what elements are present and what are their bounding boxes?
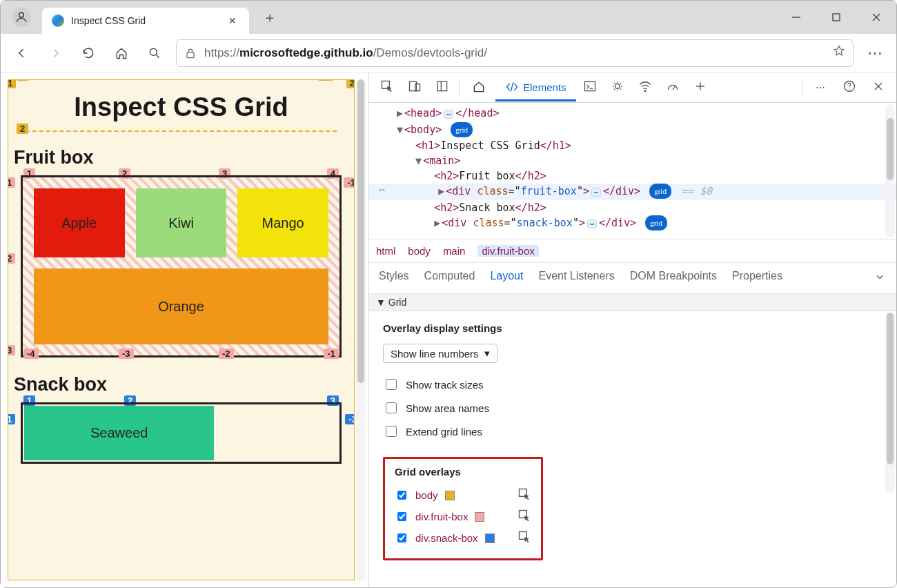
reveal-element-icon[interactable] (518, 530, 531, 546)
help-icon[interactable] (836, 74, 863, 101)
new-tab-button[interactable]: ＋ (256, 4, 284, 31)
close-tab-icon[interactable]: ✕ (226, 12, 239, 29)
breadcrumb[interactable]: html body main div.fruit-box (369, 239, 896, 263)
minimize-button[interactable] (776, 1, 816, 34)
sources-icon[interactable] (604, 74, 631, 101)
svg-rect-8 (584, 81, 595, 90)
chk-area-names[interactable]: Show area names (383, 396, 883, 420)
grid-line-label: 1 (8, 414, 15, 424)
more-tools-icon[interactable]: ⋯ (807, 77, 834, 99)
snack-heading: Snack box (14, 374, 348, 395)
grid-overlays-box: Grid overlays body div.fruit-box (383, 457, 543, 560)
back-button[interactable] (8, 39, 37, 68)
grid-section-header[interactable]: ▼ Grid (369, 294, 896, 311)
reveal-element-icon[interactable] (518, 509, 531, 525)
chk-track-sizes[interactable]: Show track sizes (383, 373, 883, 396)
crumb-html[interactable]: html (376, 245, 395, 257)
page-title: Inspect CSS Grid (8, 92, 354, 122)
page-viewport: 1 1 -1 2 Inspect CSS Grid 2 Fruit box 1 … (1, 72, 368, 587)
color-swatch[interactable] (475, 512, 484, 522)
svg-point-2 (150, 48, 157, 55)
cell-orange: Orange (34, 268, 328, 344)
tab-title: Inspect CSS Grid (71, 15, 219, 26)
fruit-box-grid: 1 -1 2 3 Apple Kiwi Mango Orange (21, 175, 342, 357)
close-devtools-icon[interactable] (865, 74, 892, 101)
address-bar[interactable]: https://microsoftedge.github.io/Demos/de… (176, 39, 854, 67)
grid-line-label: -1 (318, 79, 333, 81)
refresh-button[interactable] (74, 39, 103, 68)
subtab-properties[interactable]: Properties (732, 270, 782, 286)
subtab-styles[interactable]: Styles (379, 270, 409, 286)
grid-line-label: -3 (119, 349, 134, 359)
svg-point-10 (644, 90, 646, 92)
profile-avatar[interactable] (12, 8, 31, 27)
grid-line-label: -1 (344, 177, 355, 188)
overlay-row-body: body (395, 484, 531, 506)
grid-line-label: -3 (345, 414, 355, 424)
svg-point-12 (849, 89, 849, 90)
grid-line-label: 2 (17, 124, 28, 134)
tab-elements[interactable]: Elements (495, 73, 576, 101)
page-scrollbar[interactable] (356, 79, 366, 580)
browser-toolbar: https://microsoftedge.github.io/Demos/de… (1, 34, 896, 72)
reveal-element-icon[interactable] (518, 487, 531, 503)
grid-line-label: -4 (23, 349, 39, 359)
more-button[interactable]: ⋯ (860, 39, 889, 68)
svg-rect-7 (437, 81, 446, 90)
crumb-main[interactable]: main (443, 245, 466, 257)
dom-tree[interactable]: ▶<head>⋯</head> ▼<body> grid <h1>Inspect… (369, 103, 896, 239)
svg-point-0 (19, 12, 24, 17)
performance-icon[interactable] (659, 74, 687, 101)
close-window-button[interactable] (856, 1, 896, 34)
devtools-panel: Elements ⋯ ▶<head>⋯</head> ▼<body> grid (368, 72, 896, 587)
search-icon[interactable] (140, 39, 169, 68)
crumb-body[interactable]: body (408, 245, 431, 257)
svg-rect-1 (833, 14, 840, 21)
color-swatch[interactable] (485, 533, 495, 543)
overlay-settings-heading: Overlay display settings (383, 322, 883, 334)
forward-button (41, 39, 70, 68)
subtab-dom-breakpoints[interactable]: DOM Breakpoints (630, 270, 717, 286)
grid-line-label: 2 (8, 253, 15, 264)
console-icon[interactable] (576, 74, 604, 101)
snack-box-grid: 1 -3 Seaweed (21, 402, 342, 464)
line-numbers-dropdown[interactable]: Show line numbers▾ (383, 344, 497, 363)
grid-line-label: -1 (324, 349, 339, 359)
url-text: https://microsoftedge.github.io/Demos/de… (204, 46, 487, 60)
svg-rect-6 (415, 84, 420, 91)
chevron-down-icon[interactable] (873, 270, 887, 286)
crumb-selected[interactable]: div.fruit-box (477, 245, 538, 257)
subtab-layout[interactable]: Layout (490, 270, 523, 286)
dock-icon[interactable] (428, 74, 456, 101)
network-icon[interactable] (631, 74, 659, 101)
grid-overlays-heading: Grid overlays (395, 466, 531, 478)
panel-scrollbar[interactable] (885, 313, 895, 492)
inspect-element-icon[interactable] (373, 74, 401, 101)
cell-seaweed: Seaweed (24, 406, 214, 460)
chk-extend-lines[interactable]: Extend grid lines (383, 420, 883, 443)
overlay-checkbox[interactable] (397, 491, 406, 500)
grid-line-label: 1 (8, 177, 15, 188)
favorite-icon[interactable] (832, 44, 846, 61)
overlay-row-snack: div.snack-box (395, 527, 531, 549)
cell-mango: Mango (237, 188, 328, 257)
edge-icon (52, 14, 64, 27)
maximize-button[interactable] (816, 1, 856, 34)
subtab-event-listeners[interactable]: Event Listeners (538, 270, 614, 286)
subtab-computed[interactable]: Computed (424, 270, 475, 286)
grid-line-label: -2 (219, 349, 234, 359)
tab-welcome[interactable] (462, 73, 495, 101)
device-toggle-icon[interactable] (401, 74, 428, 101)
color-swatch[interactable] (445, 491, 455, 500)
overlay-checkbox[interactable] (397, 533, 406, 542)
grid-line-label: 1 (8, 79, 16, 88)
overlay-checkbox[interactable] (397, 512, 406, 521)
grid-line-label: 2 (346, 79, 355, 88)
add-tab-icon[interactable] (687, 74, 714, 101)
devtools-toolbar: Elements ⋯ (369, 72, 896, 103)
cell-apple: Apple (34, 188, 125, 257)
browser-tab[interactable]: Inspect CSS Grid ✕ (42, 8, 249, 34)
dom-scrollbar[interactable] (885, 104, 895, 237)
grid-line-label: 3 (8, 345, 15, 355)
home-button[interactable] (107, 39, 136, 68)
